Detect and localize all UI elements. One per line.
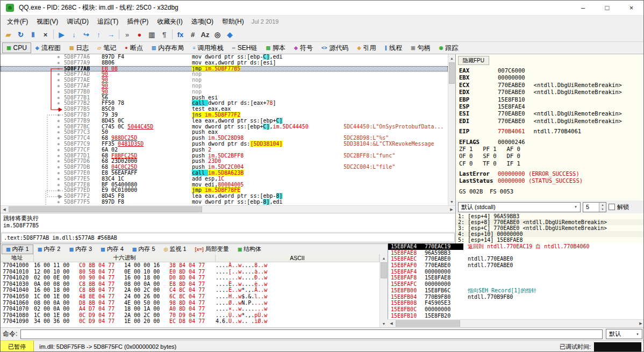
register-row[interactable]: EIP770B4061ntdll.770B4061 (459, 128, 643, 135)
hash-icon[interactable]: # (187, 28, 199, 40)
disassembly-view[interactable]: ●5D8F77A6897D F4mov dword ptr ss:[ebp-C]… (1, 54, 455, 205)
maximize-button[interactable]: □ (595, 1, 619, 15)
dump-row[interactable]: 7704106008 00 0A 00D8 8B 04 774E 00 50 0… (1, 300, 380, 306)
scroll-thumb[interactable] (396, 320, 460, 327)
argument-row[interactable]: 5: [esp+14] 15E8FAE8 (456, 237, 644, 243)
register-row[interactable]: EBP15E8FB10 (459, 96, 643, 103)
comment-icon[interactable]: ¶ (158, 28, 170, 40)
argument-row[interactable]: 1: [esp+4] 96A59BB3 (456, 213, 644, 219)
open-file-icon[interactable]: ▰ (2, 28, 15, 40)
tab-breakpoints[interactable]: ●断点 (120, 42, 147, 53)
breakpoint-dot-icon[interactable]: ● (1, 147, 64, 153)
register-row[interactable]: EDI770EABE0<ntdll.DbgUiRemoteBreakin> (459, 118, 643, 125)
notify-icon[interactable]: ◆ (224, 28, 236, 40)
menu-item[interactable]: 插件(P) (123, 16, 153, 28)
disasm-horizontal-scrollbar[interactable]: ◀ ▶ (1, 205, 455, 213)
dump-vertical-scrollbar[interactable]: ▲ ▼ (380, 254, 388, 327)
spin-down-icon[interactable]: ▼ (599, 207, 606, 212)
scroll-left-icon[interactable]: ◀ (388, 320, 395, 327)
menu-item[interactable]: 追踪(T) (93, 16, 123, 28)
font-icon[interactable]: Az (199, 28, 211, 40)
scroll-thumb[interactable] (9, 206, 202, 212)
search-icon[interactable]: ◎ (211, 28, 224, 40)
command-input[interactable] (20, 329, 603, 339)
breakpoint-dot-icon[interactable]: ● (1, 60, 64, 66)
breakpoint-dot-icon[interactable]: ● (1, 135, 64, 141)
register-row[interactable]: EDX770EABE0<ntdll.DbgUiRemoteBreakin> (459, 89, 643, 96)
close-button[interactable]: × (619, 1, 643, 15)
tab-memory-5[interactable]: ▦内存 5 (128, 245, 160, 254)
stack-row[interactable]: 15E8FB0015E8FB6C指向SEH_Record[1]的指针 (388, 288, 644, 294)
tab-locals[interactable]: [x=]局部变量 (191, 245, 233, 254)
tab-cpu[interactable]: ▦CPU (2, 42, 31, 53)
restart-icon[interactable]: ↻ (15, 28, 27, 40)
scroll-down-icon[interactable]: ▼ (380, 320, 388, 327)
scroll-right-icon[interactable]: ▶ (448, 206, 455, 213)
step-out-icon[interactable]: ↑ (92, 28, 105, 40)
tab-call-stack[interactable]: ≡调用堆栈 (188, 42, 227, 53)
breakpoint-dot-icon[interactable]: ● (1, 130, 64, 135)
stack-row[interactable]: 15E8FAE896A59BB3 (388, 250, 644, 256)
dump-header-address[interactable]: 地址 (1, 254, 34, 262)
calling-convention-select[interactable]: 默认 (stdcall) ▼ (458, 202, 581, 212)
tab-struct[interactable]: ▣结构体 (233, 245, 266, 254)
tab-log[interactable]: ▤日志 (65, 42, 94, 53)
register-row[interactable]: ESI770EABE0<ntdll.DbgUiRemoteBreakin> (459, 110, 643, 117)
breakpoint-dot-icon[interactable]: ● (1, 141, 64, 147)
stack-row[interactable]: 15E8FAF815E8FAE8 (388, 275, 644, 281)
tab-source[interactable]: <>源代码 (317, 42, 353, 53)
breakpoint-dot-icon[interactable]: ● (1, 159, 64, 164)
menu-item[interactable]: 选项(O) (187, 16, 218, 28)
dump-row[interactable]: 7704101012 00 10 0080 5B 04 770E 00 10 0… (1, 269, 380, 275)
disasm-row[interactable]: ●5D8F77A98B06mov eax,dword ptr ds:[esi] (1, 60, 448, 66)
command-mode-select[interactable]: 默认 ▼ (606, 329, 642, 339)
tab-handles[interactable]: ▣句柄 (406, 42, 435, 53)
register-row[interactable]: EBX00000000 (459, 74, 643, 81)
scroll-thumb[interactable] (381, 262, 387, 278)
tab-memory-3[interactable]: ▦内存 3 (65, 245, 96, 254)
dump-header-ascii[interactable]: ASCII (216, 254, 380, 262)
stack-row[interactable]: 15E8FAE4770EAC19返回到 ntdll.770EAC19 自 ntd… (388, 243, 644, 250)
trace-into-icon[interactable]: » (121, 28, 133, 40)
breakpoint-dot-icon[interactable]: ● (1, 95, 64, 101)
scroll-down-icon[interactable]: ▼ (448, 198, 455, 205)
breakpoint-dot-icon[interactable]: ● (1, 193, 64, 199)
scroll-thumb[interactable] (449, 62, 455, 84)
step-into-icon[interactable]: ↓ (68, 28, 80, 40)
tab-memory-4[interactable]: ▦内存 4 (96, 245, 128, 254)
breakpoint-dot-icon[interactable]: ● (1, 153, 64, 159)
tab-threads[interactable]: ∥线程 (380, 42, 406, 53)
breakpoint-dot-icon[interactable]: ● (1, 112, 64, 118)
menu-item[interactable]: 文件(F) (3, 16, 32, 28)
register-row[interactable]: CF 0 TF 0 IF 1 (459, 160, 643, 167)
scroll-up-icon[interactable]: ▲ (380, 254, 388, 262)
breakpoint-dot-icon[interactable]: ● (1, 54, 64, 60)
breakpoint-dot-icon[interactable]: ● (1, 118, 64, 124)
stack-row[interactable]: 15E8FAFC00000000 (388, 281, 644, 288)
breakpoint-dot-icon[interactable]: ● (1, 199, 64, 205)
tab-memory-2[interactable]: ▦内存 2 (33, 245, 65, 254)
tab-seh-chain[interactable]: ∞SEH链 (227, 42, 261, 53)
dump-header-hex[interactable]: 十六进制 (34, 254, 216, 262)
menu-item[interactable]: 帮助(H) (218, 16, 248, 28)
register-row[interactable]: OF 0 SF 0 DF 0 (459, 153, 643, 160)
dump-row[interactable]: 7704109034 00 36 000C D9 04 771E 00 20 0… (1, 318, 380, 325)
hide-fpu-button[interactable]: 隐藏FPU (458, 56, 489, 65)
breakpoint-dot-icon[interactable]: ● (1, 182, 64, 188)
spinner-buttons[interactable]: ▲▼ (599, 203, 606, 212)
register-row[interactable]: ESP15E8FAE4 (459, 103, 643, 110)
breakpoint-dot-icon[interactable]: ● (1, 106, 64, 112)
stack-row[interactable]: 15E8FAF400000000 (388, 269, 644, 275)
dump-row[interactable]: 770410801C 00 1E 000C D9 04 772A 00 2C 0… (1, 312, 380, 319)
breakpoint-dot-icon[interactable]: ● (1, 100, 64, 106)
patch-icon[interactable]: ▥ (146, 28, 158, 40)
menu-item[interactable]: 视图(V) (32, 16, 62, 28)
memory-dump-view[interactable]: 地址 十六进制 ASCII 7704100016 00 11 00C0 8B 0… (1, 254, 380, 327)
register-row[interactable]: ZF 1 PF 1 AF 0 (459, 146, 643, 153)
disasm-row[interactable]: ●5D8F77B090nop (1, 89, 448, 95)
stack-row[interactable]: 15E8FB1015E8FB20 (388, 313, 644, 319)
breakpoint-dot-icon[interactable]: ● (1, 77, 64, 83)
pause-icon[interactable]: Ⅱ (27, 28, 39, 40)
register-row[interactable]: GS 002B FS 0053 (459, 188, 643, 195)
checkbox-icon[interactable] (609, 204, 615, 210)
